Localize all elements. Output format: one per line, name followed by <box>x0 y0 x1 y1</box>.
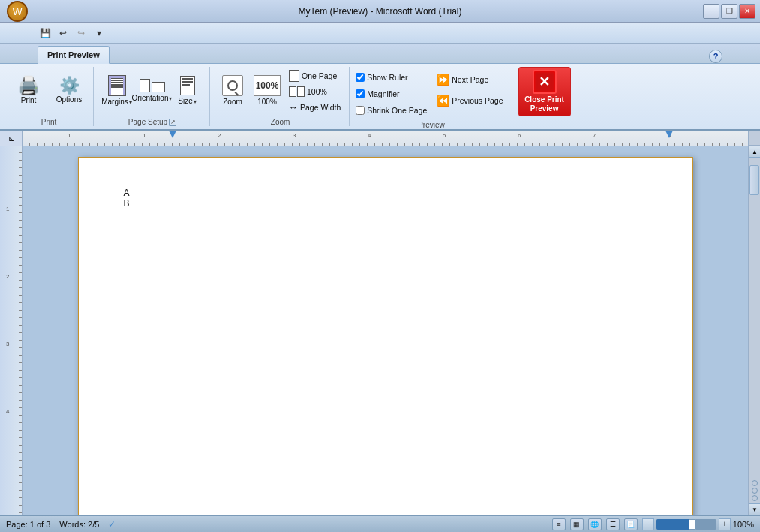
ribbon-group-close: ✕ Close PrintPreview <box>514 67 575 126</box>
margins-label: Margins <box>101 98 128 107</box>
view-draft-button[interactable]: 📃 <box>624 518 638 530</box>
zoom-percent: 100% <box>733 520 754 529</box>
prev-page-button[interactable]: ⏪ Previous Page <box>433 91 506 110</box>
nav-buttons: ⏩ Next Page ⏪ Previous Page <box>433 67 506 110</box>
one-page-icon <box>289 70 299 82</box>
close-preview-icon: ✕ <box>533 70 557 94</box>
next-page-icon: ⏩ <box>437 74 449 86</box>
prev-page-icon: ⏪ <box>437 95 449 107</box>
content-line-b: B <box>124 198 647 209</box>
horizontal-ruler: 1 1 2 3 4 5 6 7 8 <box>23 131 748 146</box>
document-area[interactable]: A B <box>23 146 748 515</box>
zoom-slider-area: − + 100% <box>642 518 754 530</box>
two-pages-label: 100% <box>307 87 327 96</box>
ribbon-group-print: 🖨️ Print ⚙️ Options Print <box>5 67 94 126</box>
window-controls: − ❐ ✕ <box>703 4 760 19</box>
print-group-label: Print <box>41 118 57 126</box>
view-outline-button[interactable]: ☰ <box>606 518 620 530</box>
words-info: Words: 2/5 <box>59 520 99 529</box>
show-ruler-label: Show Ruler <box>367 73 407 82</box>
zoom-slider[interactable] <box>656 519 716 530</box>
document-page: A B <box>78 157 693 515</box>
show-ruler-checkbox[interactable] <box>356 73 365 82</box>
scroll-thumb[interactable] <box>749 165 759 195</box>
page-width-label: Page Width <box>300 103 341 112</box>
redo-qat-button[interactable]: ↪ <box>74 26 89 41</box>
scroll-track[interactable] <box>749 158 760 478</box>
save-qat-button[interactable]: 💾 <box>38 26 53 41</box>
zoom-group-label: Zoom <box>271 118 290 126</box>
two-pages-icon <box>289 86 305 97</box>
minimize-button[interactable]: − <box>703 4 719 19</box>
page-setup-group-label: Page Setup <box>128 118 167 126</box>
size-label: Size <box>178 97 192 106</box>
scroll-dot-2[interactable] <box>752 488 758 494</box>
zoom-in-button[interactable]: + <box>719 518 731 530</box>
shrink-one-page-checkbox-container[interactable]: Shrink One Page <box>356 103 427 118</box>
page-container: A B <box>38 157 733 504</box>
qat-dropdown-button[interactable]: ▾ <box>92 26 107 41</box>
scroll-extras <box>749 478 760 503</box>
page-width-button[interactable]: ↔ Page Width <box>285 100 344 115</box>
vertical-scrollbar: ▲ ▼ <box>748 146 760 515</box>
title-bar-text: MyTem (Preview) - Microsoft Word (Trial) <box>298 6 461 17</box>
next-page-label: Next Page <box>452 75 488 84</box>
zoom-label: Zoom <box>223 98 242 107</box>
print-button[interactable]: 🖨️ Print <box>9 67 48 115</box>
one-page-button[interactable]: One Page <box>285 68 344 83</box>
track-changes-indicator: ✓ <box>108 519 116 530</box>
status-bar-right: ≡ ▦ 🌐 ☰ 📃 − + 100% <box>552 518 754 530</box>
undo-qat-button[interactable]: ↩ <box>56 26 71 41</box>
scroll-dot-3[interactable] <box>752 495 758 501</box>
orientation-icon <box>140 79 165 92</box>
magnifier-checkbox-container[interactable]: Magnifier <box>356 86 427 101</box>
ribbon-group-page-setup: Margins ▾ Orientation ▾ <box>95 67 210 126</box>
office-logo[interactable]: W <box>7 1 28 22</box>
zoom-slider-fill <box>656 519 692 530</box>
ribbon-group-preview: Show Ruler Magnifier Shrink One Page ⏩ <box>351 67 512 126</box>
show-ruler-checkbox-container[interactable]: Show Ruler <box>356 70 427 85</box>
magnifier-checkbox[interactable] <box>356 89 365 98</box>
two-pages-button[interactable]: 100% <box>285 84 344 99</box>
options-icon: ⚙️ <box>59 77 80 94</box>
prev-page-label: Previous Page <box>452 96 503 105</box>
preview-group-label: Preview <box>418 121 445 129</box>
close-window-button[interactable]: ✕ <box>739 4 755 19</box>
page-setup-expander[interactable]: ↗ <box>169 119 176 126</box>
zoom-100-label: 100% <box>257 98 277 107</box>
next-page-button[interactable]: ⏩ Next Page <box>433 70 506 89</box>
page-content: A B <box>124 188 647 209</box>
page-info: Page: 1 of 3 <box>6 520 50 529</box>
help-button[interactable]: ? <box>709 50 722 63</box>
shrink-one-page-checkbox[interactable] <box>356 106 365 115</box>
view-normal-button[interactable]: ≡ <box>552 518 566 530</box>
restore-button[interactable]: ❐ <box>721 4 737 19</box>
zoom-icon <box>222 75 243 96</box>
orientation-button[interactable]: Orientation ▾ <box>135 67 170 115</box>
scroll-dot-1[interactable] <box>752 480 758 486</box>
close-print-preview-button[interactable]: ✕ Close PrintPreview <box>518 67 571 116</box>
view-layout-button[interactable]: ▦ <box>570 518 584 530</box>
zoom-100-icon: 100% <box>254 75 281 96</box>
scroll-up-button[interactable]: ▲ <box>749 146 760 158</box>
view-web-button[interactable]: 🌐 <box>588 518 602 530</box>
print-icon: 🖨️ <box>17 77 40 95</box>
size-icon <box>180 76 195 95</box>
tab-print-preview[interactable]: Print Preview <box>38 46 110 64</box>
zoom-out-button[interactable]: − <box>642 518 654 530</box>
ruler-scrollbar-placeholder <box>748 131 760 145</box>
margins-icon <box>108 75 126 96</box>
margins-button[interactable]: Margins ▾ <box>100 67 134 115</box>
one-page-label: One Page <box>302 71 337 80</box>
zoom-slider-thumb[interactable] <box>689 519 696 530</box>
magnifier-label: Magnifier <box>367 89 399 98</box>
orientation-label: Orientation <box>132 94 169 103</box>
zoom-100-button[interactable]: 100% 100% <box>251 67 284 115</box>
shrink-one-page-label: Shrink One Page <box>367 106 427 115</box>
print-label: Print <box>21 96 37 105</box>
size-button[interactable]: Size ▾ <box>170 67 205 115</box>
zoom-button[interactable]: Zoom <box>216 67 249 115</box>
options-button[interactable]: ⚙️ Options <box>50 67 89 115</box>
scroll-down-button[interactable]: ▼ <box>749 503 760 515</box>
ruler-corner: ⊾ <box>0 131 23 146</box>
